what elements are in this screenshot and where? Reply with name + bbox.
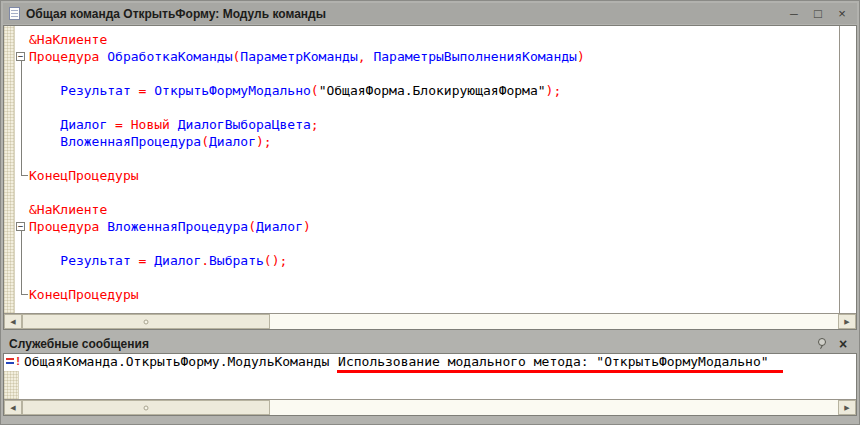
message-separator [329, 355, 337, 369]
message-source: ОбщаяКоманда.ОткрытьФорму.МодульКоманды [24, 355, 329, 369]
code-line[interactable]: ВложеннаяПроцедура(Диалог); [15, 133, 839, 150]
fold-collapse-icon[interactable]: − [16, 52, 25, 61]
fold-gutter [15, 286, 29, 303]
fold-gutter [15, 65, 29, 82]
breakpoint-margin[interactable] [4, 26, 15, 313]
code-line[interactable]: &НаКлиенте [15, 31, 839, 48]
fold-gutter [15, 150, 29, 167]
code-token: Результат [60, 83, 130, 98]
code-token: Диалог [209, 134, 256, 149]
maximize-button[interactable]: □ [809, 5, 827, 23]
service-messages-title: Служебные сообщения [9, 337, 149, 351]
messages-scroll-right-button[interactable]: ▶ [838, 400, 856, 415]
service-messages-panel: Служебные сообщения × ! ОбщаяКоманда.Отк… [3, 334, 857, 416]
code-line[interactable] [15, 269, 839, 286]
code-lines[interactable]: &НаКлиенте−Процедура ОбработкаКоманды(Па… [15, 26, 839, 313]
fold-gutter [15, 269, 29, 286]
code-editor: &НаКлиенте−Процедура ОбработкаКоманды(Па… [3, 25, 857, 330]
code-token: ВложеннаяПроцедура [60, 134, 201, 149]
code-line[interactable]: −Процедура ОбработкаКоманды(ПараметрКома… [15, 48, 839, 65]
code-token: ( [201, 134, 209, 149]
code-text: &НаКлиенте [29, 31, 107, 48]
fold-gutter [15, 167, 29, 184]
code-text: КонецПроцедуры [29, 167, 139, 184]
fold-gutter [15, 252, 29, 269]
code-line[interactable]: КонецПроцедуры [15, 167, 839, 184]
vertical-scrollbar[interactable] [839, 26, 856, 313]
scroll-thumb-grip-icon [144, 319, 149, 324]
messages-horizontal-scrollbar[interactable]: ◀ ▶ [4, 399, 856, 415]
code-line[interactable] [15, 150, 839, 167]
code-line[interactable]: Результат = ОткрытьФормуМодально("ОбщаяФ… [15, 82, 839, 99]
messages-scroll-track[interactable] [22, 400, 838, 415]
code-token: (); [264, 253, 287, 268]
code-token: ); [546, 83, 562, 98]
editor-scroll-track[interactable] [22, 314, 838, 329]
message-warning[interactable]: Использование модального метода: "Открыт… [337, 355, 782, 373]
code-text: Процедура ОбработкаКоманды(ПараметрКоман… [29, 48, 585, 65]
editor-scroll-thumb[interactable] [22, 314, 270, 329]
code-line[interactable]: Результат = Диалог.Выбрать(); [15, 252, 839, 269]
code-text: КонецПроцедуры [29, 286, 139, 303]
message-warning-icon: ! [6, 356, 21, 368]
code-token: ); [256, 134, 272, 149]
code-token: Новый [131, 117, 178, 132]
minimize-button[interactable]: ─ [785, 5, 803, 23]
code-text: Диалог = Новый ДиалогВыбораЦвета; [29, 116, 319, 133]
code-token: КонецПроцедуры [29, 168, 139, 183]
code-token: ПараметрыВыполненияКоманды [373, 49, 577, 64]
window-title: Общая команда ОткрытьФорму: Модуль коман… [26, 7, 326, 21]
fold-gutter [15, 184, 29, 201]
scroll-left-button[interactable]: ◀ [4, 314, 22, 329]
code-text: &НаКлиенте [29, 201, 107, 218]
code-token [29, 117, 60, 132]
code-token: &НаКлиенте [29, 32, 107, 47]
messages-scroll-thumb[interactable] [22, 400, 270, 415]
messages-close-button[interactable]: × [835, 336, 851, 352]
code-line[interactable] [15, 184, 839, 201]
code-token: "ОбщаяФорма.БлокирующаяФорма" [319, 83, 546, 98]
code-text: Процедура ВложеннаяПроцедура(Диалог) [29, 218, 311, 235]
scroll-right-button[interactable]: ▶ [838, 314, 856, 329]
fold-gutter [15, 235, 29, 252]
code-token [29, 83, 60, 98]
code-line[interactable] [15, 65, 839, 82]
scroll-right-icon: ▶ [844, 318, 849, 325]
close-button[interactable]: × [833, 5, 851, 23]
code-token: Процедура [29, 49, 107, 64]
code-line[interactable] [15, 99, 839, 116]
code-token: = [131, 83, 154, 98]
fold-gutter [15, 116, 29, 133]
message-row[interactable]: ! ОбщаяКоманда.ОткрытьФорму.МодульКоманд… [4, 354, 856, 371]
messages-scroll-right-icon: ▶ [844, 404, 849, 411]
code-token: Выбрать [209, 253, 264, 268]
code-token: , [358, 49, 374, 64]
code-token: Диалог [60, 117, 107, 132]
code-token: Процедура [29, 219, 107, 234]
code-token: ВложеннаяПроцедура [107, 219, 248, 234]
code-line[interactable]: Диалог = Новый ДиалогВыбораЦвета; [15, 116, 839, 133]
editor-horizontal-scrollbar[interactable]: ◀ ▶ [4, 313, 856, 329]
fold-gutter [15, 82, 29, 99]
code-line[interactable] [15, 235, 839, 252]
code-token: = [107, 117, 130, 132]
fold-toggle[interactable]: − [15, 218, 29, 235]
fold-collapse-icon[interactable]: − [16, 222, 25, 231]
code-token: Диалог [256, 219, 303, 234]
code-token: Результат [60, 253, 130, 268]
code-line[interactable]: −Процедура ВложеннаяПроцедура(Диалог) [15, 218, 839, 235]
messages-scroll-thumb-grip-icon [144, 405, 149, 410]
code-token: ) [303, 219, 311, 234]
code-token: ОткрытьФормуМодально [154, 83, 311, 98]
code-line[interactable]: &НаКлиенте [15, 201, 839, 218]
code-token: ОбработкаКоманды [107, 49, 232, 64]
code-token: ( [248, 219, 256, 234]
code-token: КонецПроцедуры [29, 287, 139, 302]
fold-toggle[interactable]: − [15, 48, 29, 65]
code-line[interactable]: КонецПроцедуры [15, 286, 839, 303]
code-token: . [201, 253, 209, 268]
pin-icon[interactable] [817, 338, 827, 349]
messages-scroll-left-button[interactable]: ◀ [4, 400, 22, 415]
title-bar[interactable]: Общая команда ОткрытьФорму: Модуль коман… [3, 3, 857, 24]
service-messages-body: ! ОбщаяКоманда.ОткрытьФорму.МодульКоманд… [3, 353, 857, 416]
